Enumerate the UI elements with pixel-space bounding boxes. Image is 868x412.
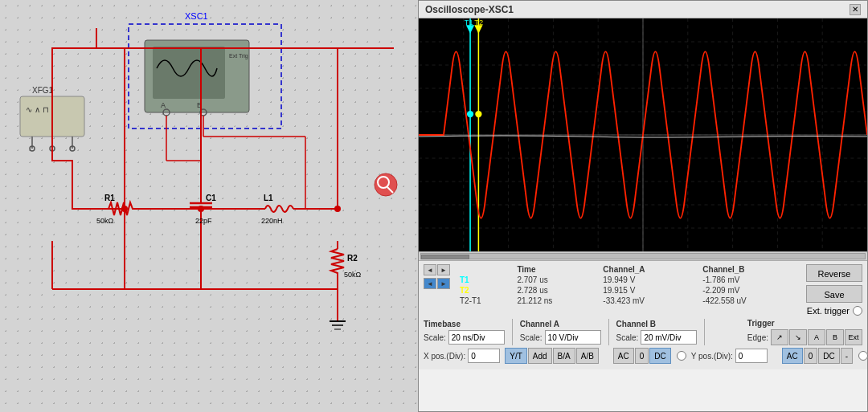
save-button[interactable]: Save — [806, 285, 862, 303]
r1-label: R1 — [104, 194, 115, 202]
settings-row2: X pos.(Div): Y/T Add B/A A/B AC 0 DC — [424, 348, 862, 364]
r2-label: R2 — [347, 254, 358, 263]
t2t1-time: 21.212 ns — [514, 296, 600, 306]
t1-chb: -1.786 mV — [699, 275, 803, 285]
t2-cha: 19.915 V — [600, 285, 699, 296]
svg-point-46 — [334, 206, 341, 212]
trigger-edge-label: Edge: — [747, 333, 768, 342]
cursor-left-btn[interactable]: ◄ — [424, 264, 436, 275]
t2t1-chb: -422.558 uV — [699, 296, 803, 306]
cursor-controls: ◄ ► ◄ ► — [424, 264, 450, 289]
cha-scale-input[interactable] — [545, 330, 601, 345]
cha-scale-label: Scale: — [520, 333, 542, 342]
add-button[interactable]: Add — [528, 348, 552, 364]
circuit-panel: XSC1 Ext Trig A B XFG1 ∿ ∧ ⊓ — [0, 0, 418, 412]
cha-ac-button[interactable]: AC — [613, 348, 634, 364]
xpos-label: X pos.(Div): — [424, 352, 465, 361]
ext-trigger-label: Ext. trigger — [807, 306, 850, 316]
t1-cha: 19.949 V — [600, 275, 699, 285]
trigger-edge-falling[interactable]: ↘ — [789, 329, 807, 345]
trigger-edge-b[interactable]: B — [826, 329, 844, 345]
t1-label: T1 — [457, 275, 514, 285]
channel-b-group: Channel B Scale: — [616, 320, 698, 345]
display-mode-buttons: Y/T Add B/A A/B — [505, 348, 599, 364]
ch-a-label: A — [161, 101, 166, 109]
t2-time: 2.728 us — [514, 285, 600, 296]
cha-dc-button[interactable]: DC — [649, 348, 670, 364]
svg-text:∿ ∧ ⊓: ∿ ∧ ⊓ — [26, 105, 49, 114]
reverse-button[interactable]: Reverse — [806, 264, 862, 282]
action-buttons: Reverse Save Ext. trigger — [806, 264, 862, 316]
svg-point-78 — [475, 111, 481, 117]
oscilloscope-titlebar: Oscilloscope-XSC1 ✕ — [419, 1, 867, 18]
timebase-xpos: X pos.(Div): — [424, 349, 500, 363]
measurements-table: Time Channel_A Channel_B T1 2.707 us 19.… — [457, 264, 803, 306]
col-cha-header: Channel_A — [600, 264, 699, 275]
r2-value: 50kΩ — [344, 271, 362, 279]
oscilloscope-title: Oscilloscope-XSC1 — [425, 4, 514, 15]
oscilloscope-panel: Oscilloscope-XSC1 ✕ — [418, 0, 868, 412]
channel-a-label: Channel A — [520, 320, 601, 328]
timebase-scale-label: Scale: — [424, 333, 446, 342]
cursor-t2-right-btn[interactable]: ► — [437, 278, 450, 289]
trigger-edge-buttons: ↗ ↘ A B Ext — [771, 329, 862, 345]
ext-trigger-radio[interactable] — [853, 306, 862, 316]
cha-radio[interactable] — [677, 351, 686, 361]
trigger-edge-a[interactable]: A — [808, 329, 825, 345]
xfg1-label: XFG1 — [32, 86, 54, 95]
cursor-t2-left-btn[interactable]: ◄ — [424, 278, 436, 289]
xsc1-label: XSC1 — [185, 11, 208, 21]
chb-radio[interactable] — [858, 351, 868, 361]
cha-ypos-input[interactable] — [735, 349, 768, 363]
col-time-header: Time — [514, 264, 600, 275]
settings-row1: Timebase Scale: Channel A Scale: Channel… — [424, 319, 862, 345]
chb-dc-button[interactable]: DC — [818, 348, 839, 364]
l1-value: 220nH — [261, 217, 283, 225]
svg-rect-2 — [153, 47, 225, 99]
c1-value: 22pF — [195, 217, 212, 225]
trigger-group: Trigger Edge: ↗ ↘ A B Ext — [747, 319, 862, 345]
timebase-label: Timebase — [424, 320, 505, 328]
chb-ac-button[interactable]: AC — [782, 348, 803, 364]
chb-ypos-coupling: AC 0 DC - — [782, 348, 868, 364]
channel-a-group: Channel A Scale: — [520, 320, 601, 345]
t2t1-label: T2-T1 — [457, 296, 514, 306]
t2-chb: -2.209 mV — [699, 285, 803, 296]
cha-ypos-coupling: AC 0 DC — [613, 348, 686, 364]
chb-zero-button[interactable]: 0 — [804, 348, 818, 364]
trigger-label: Trigger — [747, 319, 862, 328]
oscilloscope-controls: ◄ ► ◄ ► Time Channel_A Channel_B — [419, 261, 867, 369]
trigger-edge-rising[interactable]: ↗ — [771, 329, 788, 345]
trigger-edge-ext[interactable]: Ext — [845, 329, 862, 345]
cha-zero-button[interactable]: 0 — [635, 348, 649, 364]
timebase-scale-input[interactable] — [448, 330, 505, 345]
svg-text:T1: T1 — [465, 18, 473, 27]
c1-label: C1 — [206, 194, 216, 202]
svg-point-44 — [198, 206, 204, 212]
svg-text:T2: T2 — [474, 18, 483, 27]
t2t1-cha: -33.423 mV — [600, 296, 699, 306]
oscilloscope-scrollbar[interactable] — [419, 251, 867, 261]
timebase-group: Timebase Scale: — [424, 320, 505, 345]
chb-dash-button[interactable]: - — [841, 348, 853, 364]
ab-button[interactable]: A/B — [576, 348, 599, 364]
xpos-input[interactable] — [468, 349, 500, 363]
yt-button[interactable]: Y/T — [505, 348, 527, 364]
t1-time: 2.707 us — [514, 275, 600, 285]
channel-b-label: Channel B — [616, 320, 698, 328]
chb-scale-label: Scale: — [616, 333, 639, 342]
svg-point-45 — [121, 206, 128, 212]
r1-value: 50kΩ — [96, 217, 114, 225]
t2-label: T2 — [457, 285, 514, 296]
col-chb-header: Channel_B — [699, 264, 803, 275]
cursor-right-btn[interactable]: ► — [437, 264, 450, 275]
ba-button[interactable]: B/A — [553, 348, 575, 364]
svg-text:Ext Trig: Ext Trig — [229, 53, 248, 59]
cha-ypos-label: Y pos.(Div): — [691, 352, 733, 361]
chb-scale-input[interactable] — [641, 330, 697, 345]
l1-label: L1 — [264, 194, 273, 202]
svg-point-77 — [467, 111, 473, 117]
close-button[interactable]: ✕ — [850, 4, 861, 15]
oscilloscope-screen: T1 T2 — [419, 18, 867, 251]
cha-ypos: Y pos.(Div): — [691, 349, 768, 363]
